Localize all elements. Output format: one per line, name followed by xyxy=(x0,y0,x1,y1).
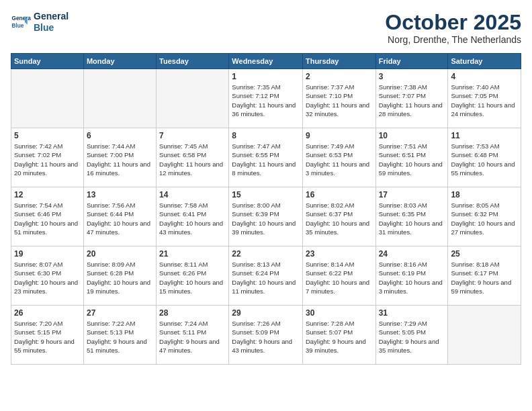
day-info: Sunrise: 7:29 AM Sunset: 5:05 PM Dayligh… xyxy=(379,319,445,355)
calendar-cell: 10Sunrise: 7:51 AM Sunset: 6:51 PM Dayli… xyxy=(375,128,448,187)
logo-icon: General Blue xyxy=(11,12,31,32)
svg-text:General: General xyxy=(12,15,32,21)
week-row: 12Sunrise: 7:54 AM Sunset: 6:46 PM Dayli… xyxy=(11,187,521,246)
day-info: Sunrise: 7:51 AM Sunset: 6:51 PM Dayligh… xyxy=(379,142,445,177)
week-row: 1Sunrise: 7:35 AM Sunset: 7:12 PM Daylig… xyxy=(11,69,521,128)
day-info: Sunrise: 7:37 AM Sunset: 7:10 PM Dayligh… xyxy=(306,83,373,118)
calendar-cell: 27Sunrise: 7:22 AM Sunset: 5:13 PM Dayli… xyxy=(83,306,156,365)
calendar-cell xyxy=(157,69,229,128)
month-title: October 2025 xyxy=(385,11,521,34)
day-info: Sunrise: 8:16 AM Sunset: 6:19 PM Dayligh… xyxy=(379,260,445,295)
calendar-cell: 16Sunrise: 8:02 AM Sunset: 6:37 PM Dayli… xyxy=(302,187,375,246)
calendar-cell: 19Sunrise: 8:07 AM Sunset: 6:30 PM Dayli… xyxy=(11,246,84,306)
day-number: 11 xyxy=(451,131,518,140)
title-area: October 2025 Norg, Drenthe, The Netherla… xyxy=(385,11,521,45)
day-info: Sunrise: 7:20 AM Sunset: 5:15 PM Dayligh… xyxy=(14,319,81,355)
day-number: 28 xyxy=(159,308,226,318)
day-info: Sunrise: 7:45 AM Sunset: 6:58 PM Dayligh… xyxy=(159,142,226,177)
calendar-cell: 18Sunrise: 8:05 AM Sunset: 6:32 PM Dayli… xyxy=(448,187,521,246)
day-number: 29 xyxy=(232,308,300,318)
calendar-cell: 28Sunrise: 7:24 AM Sunset: 5:11 PM Dayli… xyxy=(157,306,229,365)
calendar-cell: 1Sunrise: 7:35 AM Sunset: 7:12 PM Daylig… xyxy=(229,69,303,128)
calendar-cell: 8Sunrise: 7:47 AM Sunset: 6:55 PM Daylig… xyxy=(229,128,303,187)
weekday-header: Friday xyxy=(375,54,448,69)
day-number: 27 xyxy=(87,308,153,318)
weekday-header: Thursday xyxy=(302,54,375,69)
day-number: 10 xyxy=(379,131,445,140)
day-info: Sunrise: 7:56 AM Sunset: 6:44 PM Dayligh… xyxy=(87,201,153,236)
day-number: 1 xyxy=(232,72,300,81)
day-info: Sunrise: 8:00 AM Sunset: 6:39 PM Dayligh… xyxy=(232,201,300,236)
weekday-header: Wednesday xyxy=(229,54,303,69)
weekday-header: Monday xyxy=(83,54,156,69)
day-info: Sunrise: 7:35 AM Sunset: 7:12 PM Dayligh… xyxy=(232,83,300,118)
day-info: Sunrise: 7:58 AM Sunset: 6:41 PM Dayligh… xyxy=(159,201,226,236)
calendar-cell: 22Sunrise: 8:13 AM Sunset: 6:24 PM Dayli… xyxy=(229,246,303,306)
calendar-cell xyxy=(11,69,84,128)
calendar-cell: 25Sunrise: 8:18 AM Sunset: 6:17 PM Dayli… xyxy=(448,246,521,306)
day-number: 14 xyxy=(159,190,226,199)
calendar-cell: 31Sunrise: 7:29 AM Sunset: 5:05 PM Dayli… xyxy=(375,306,448,365)
day-number: 2 xyxy=(306,72,373,81)
day-number: 24 xyxy=(379,249,445,259)
calendar-cell xyxy=(448,306,521,365)
calendar-cell xyxy=(83,69,156,128)
day-info: Sunrise: 7:24 AM Sunset: 5:11 PM Dayligh… xyxy=(159,319,226,355)
day-number: 16 xyxy=(306,190,373,199)
weekday-header: Sunday xyxy=(11,54,84,69)
day-number: 5 xyxy=(14,131,81,140)
day-number: 17 xyxy=(379,190,445,199)
calendar-cell: 4Sunrise: 7:40 AM Sunset: 7:05 PM Daylig… xyxy=(448,69,521,128)
day-number: 31 xyxy=(379,308,445,318)
day-info: Sunrise: 7:38 AM Sunset: 7:07 PM Dayligh… xyxy=(379,83,445,118)
day-info: Sunrise: 8:09 AM Sunset: 6:28 PM Dayligh… xyxy=(87,260,153,295)
day-number: 8 xyxy=(232,131,300,140)
logo-text: General xyxy=(34,11,69,22)
day-number: 15 xyxy=(232,190,300,199)
day-info: Sunrise: 7:26 AM Sunset: 5:09 PM Dayligh… xyxy=(232,319,300,355)
day-info: Sunrise: 7:47 AM Sunset: 6:55 PM Dayligh… xyxy=(232,142,300,177)
week-row: 26Sunrise: 7:20 AM Sunset: 5:15 PM Dayli… xyxy=(11,306,521,365)
day-number: 21 xyxy=(159,249,226,259)
calendar-cell: 13Sunrise: 7:56 AM Sunset: 6:44 PM Dayli… xyxy=(83,187,156,246)
calendar-cell: 6Sunrise: 7:44 AM Sunset: 7:00 PM Daylig… xyxy=(83,128,156,187)
day-info: Sunrise: 8:03 AM Sunset: 6:35 PM Dayligh… xyxy=(379,201,445,236)
calendar-cell: 24Sunrise: 8:16 AM Sunset: 6:19 PM Dayli… xyxy=(375,246,448,306)
weekday-header-row: SundayMondayTuesdayWednesdayThursdayFrid… xyxy=(11,54,521,69)
calendar-cell: 26Sunrise: 7:20 AM Sunset: 5:15 PM Dayli… xyxy=(11,306,84,365)
day-number: 7 xyxy=(159,131,226,140)
calendar-cell: 21Sunrise: 8:11 AM Sunset: 6:26 PM Dayli… xyxy=(157,246,229,306)
day-info: Sunrise: 8:05 AM Sunset: 6:32 PM Dayligh… xyxy=(451,201,518,236)
calendar-cell: 2Sunrise: 7:37 AM Sunset: 7:10 PM Daylig… xyxy=(302,69,375,128)
page-header: General Blue General Blue October 2025 N… xyxy=(11,11,521,45)
day-info: Sunrise: 8:07 AM Sunset: 6:30 PM Dayligh… xyxy=(14,260,81,295)
logo: General Blue General Blue xyxy=(11,11,69,34)
day-number: 23 xyxy=(306,249,373,259)
week-row: 19Sunrise: 8:07 AM Sunset: 6:30 PM Dayli… xyxy=(11,246,521,306)
day-info: Sunrise: 7:53 AM Sunset: 6:48 PM Dayligh… xyxy=(451,142,518,177)
day-number: 12 xyxy=(14,190,81,199)
day-info: Sunrise: 8:11 AM Sunset: 6:26 PM Dayligh… xyxy=(159,260,226,295)
day-info: Sunrise: 7:49 AM Sunset: 6:53 PM Dayligh… xyxy=(306,142,373,177)
calendar-cell: 15Sunrise: 8:00 AM Sunset: 6:39 PM Dayli… xyxy=(229,187,303,246)
day-number: 20 xyxy=(87,249,153,259)
day-number: 3 xyxy=(379,72,445,81)
calendar-cell: 20Sunrise: 8:09 AM Sunset: 6:28 PM Dayli… xyxy=(83,246,156,306)
calendar-cell: 9Sunrise: 7:49 AM Sunset: 6:53 PM Daylig… xyxy=(302,128,375,187)
day-number: 22 xyxy=(232,249,300,259)
day-info: Sunrise: 8:18 AM Sunset: 6:17 PM Dayligh… xyxy=(451,260,518,295)
weekday-header: Tuesday xyxy=(157,54,229,69)
location-title: Norg, Drenthe, The Netherlands xyxy=(385,34,521,45)
day-number: 6 xyxy=(87,131,153,140)
calendar-cell: 11Sunrise: 7:53 AM Sunset: 6:48 PM Dayli… xyxy=(448,128,521,187)
calendar-cell: 3Sunrise: 7:38 AM Sunset: 7:07 PM Daylig… xyxy=(375,69,448,128)
day-info: Sunrise: 8:14 AM Sunset: 6:22 PM Dayligh… xyxy=(306,260,373,295)
calendar-cell: 7Sunrise: 7:45 AM Sunset: 6:58 PM Daylig… xyxy=(157,128,229,187)
calendar-cell: 29Sunrise: 7:26 AM Sunset: 5:09 PM Dayli… xyxy=(229,306,303,365)
day-info: Sunrise: 7:44 AM Sunset: 7:00 PM Dayligh… xyxy=(87,142,153,177)
calendar-cell: 14Sunrise: 7:58 AM Sunset: 6:41 PM Dayli… xyxy=(157,187,229,246)
calendar-cell: 5Sunrise: 7:42 AM Sunset: 7:02 PM Daylig… xyxy=(11,128,84,187)
day-number: 30 xyxy=(306,308,373,318)
day-info: Sunrise: 7:22 AM Sunset: 5:13 PM Dayligh… xyxy=(87,319,153,355)
calendar-cell: 17Sunrise: 8:03 AM Sunset: 6:35 PM Dayli… xyxy=(375,187,448,246)
